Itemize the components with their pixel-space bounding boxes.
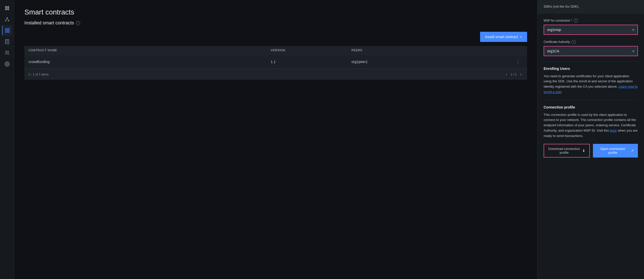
col-version: Version <box>271 49 351 52</box>
cell-contract-name: crowdfunding <box>28 60 271 64</box>
table-header-row: Contract name Version Peers <box>24 46 527 55</box>
download-connection-profile-button[interactable]: Download connection profile ⬇ <box>544 144 590 158</box>
svg-point-4 <box>7 18 7 18</box>
panel-content: MSP for connection * i org1msp ▾ Certifi… <box>538 19 644 164</box>
download-btn-label: Download connection profile <box>548 147 580 154</box>
cell-version: 1.1 <box>271 60 351 64</box>
page-title: Smart contracts <box>24 8 527 16</box>
msp-label-text: MSP for connection * <box>544 19 572 22</box>
section-title-text: Installed smart contracts <box>24 20 74 26</box>
enrolling-users-heading: Enrolling Users <box>544 67 638 71</box>
msp-info-icon[interactable]: i <box>574 19 578 23</box>
external-link-icon: ↗ <box>631 149 634 153</box>
divider-1 <box>544 61 638 61</box>
connection-buttons: Download connection profile ⬇ Open conne… <box>544 144 638 158</box>
pagination-summary: 1 - 1 of 1 items <box>28 73 49 76</box>
svg-line-7 <box>6 18 7 20</box>
ca-select-wrapper: org1CA ▾ <box>544 46 638 56</box>
ca-field-group: Certificate Authority i org1CA ▾ <box>544 40 638 56</box>
connection-profile-section: Connection profile This connection profi… <box>544 105 638 158</box>
svg-point-18 <box>6 64 8 65</box>
sdk-notice-text: SDKs (not the Go SDK). <box>544 4 638 9</box>
install-btn-plus-icon: + <box>520 35 522 39</box>
msp-field-label: MSP for connection * i <box>544 19 638 23</box>
download-icon: ⬇ <box>582 149 585 153</box>
col-contract-name: Contract name <box>28 49 271 52</box>
table-pagination: 1 - 1 of 1 items ‹ 1 / 1 › <box>24 69 527 80</box>
msp-select-wrapper: org1msp ▾ <box>544 25 638 35</box>
svg-rect-10 <box>8 29 9 30</box>
open-btn-label: Open connection profile <box>597 147 629 154</box>
table-row: crowdfunding 1.1 org1peer1 ⋮ <box>24 55 527 69</box>
ca-select[interactable]: org1CA <box>544 46 637 56</box>
open-connection-profile-button[interactable]: Open connection profile ↗ <box>593 144 638 158</box>
svg-rect-1 <box>7 6 9 8</box>
connection-profile-text: This connection profile is used by the c… <box>544 112 638 139</box>
svg-rect-2 <box>5 8 7 10</box>
svg-rect-3 <box>7 8 9 10</box>
msp-field-group: MSP for connection * i org1msp ▾ <box>544 19 638 35</box>
msp-select[interactable]: org1msp <box>544 25 637 34</box>
install-btn-label: Install smart contract <box>485 35 518 39</box>
sidebar-item-channels[interactable] <box>2 25 12 36</box>
section-header: Installed smart contracts i <box>24 20 527 26</box>
svg-point-6 <box>8 20 9 21</box>
svg-rect-12 <box>5 31 7 33</box>
sidebar-item-grid[interactable] <box>2 3 12 13</box>
sidebar-item-users[interactable] <box>2 48 12 58</box>
section-info-icon[interactable]: i <box>76 21 80 25</box>
col-peers: Peers <box>351 49 513 52</box>
svg-rect-9 <box>5 29 7 30</box>
right-panel: SDKs (not the Go SDK). MSP for connectio… <box>537 0 644 279</box>
main-content: Smart contracts Installed smart contract… <box>14 0 537 279</box>
next-page-button[interactable]: › <box>519 72 523 77</box>
sidebar-item-settings[interactable] <box>2 59 12 69</box>
page-info: 1 / 1 <box>511 73 516 76</box>
ca-field-label: Certificate Authority i <box>544 40 638 44</box>
svg-rect-0 <box>5 6 7 8</box>
enrolling-users-section: Enrolling Users You need to generate cer… <box>544 67 638 95</box>
svg-rect-11 <box>8 31 9 33</box>
svg-line-8 <box>7 18 9 20</box>
sdk-notice: SDKs (not the Go SDK). <box>538 0 644 13</box>
contracts-table: Contract name Version Peers crowdfunding… <box>24 46 527 80</box>
col-actions <box>513 49 523 52</box>
cell-peers: org1peer1 <box>351 60 513 64</box>
enrolling-users-text: You need to generate certificates for yo… <box>544 74 638 95</box>
row-overflow-menu-button[interactable]: ⋮ <box>513 58 523 65</box>
prev-page-button[interactable]: ‹ <box>504 72 509 77</box>
ca-label-text: Certificate Authority <box>544 40 570 44</box>
install-smart-contract-button[interactable]: Install smart contract + <box>480 32 527 42</box>
sidebar <box>0 0 14 279</box>
pagination-nav: ‹ 1 / 1 › <box>504 72 523 77</box>
svg-point-5 <box>5 20 6 21</box>
sidebar-item-contracts[interactable] <box>2 37 12 47</box>
divider-2 <box>544 100 638 100</box>
ca-info-icon[interactable]: i <box>572 40 576 44</box>
sidebar-item-nodes[interactable] <box>2 14 12 24</box>
connection-topic-link[interactable]: topic <box>610 129 617 132</box>
page-area: Smart contracts Installed smart contract… <box>14 0 537 279</box>
connection-profile-heading: Connection profile <box>544 105 638 109</box>
svg-point-17 <box>6 51 7 53</box>
